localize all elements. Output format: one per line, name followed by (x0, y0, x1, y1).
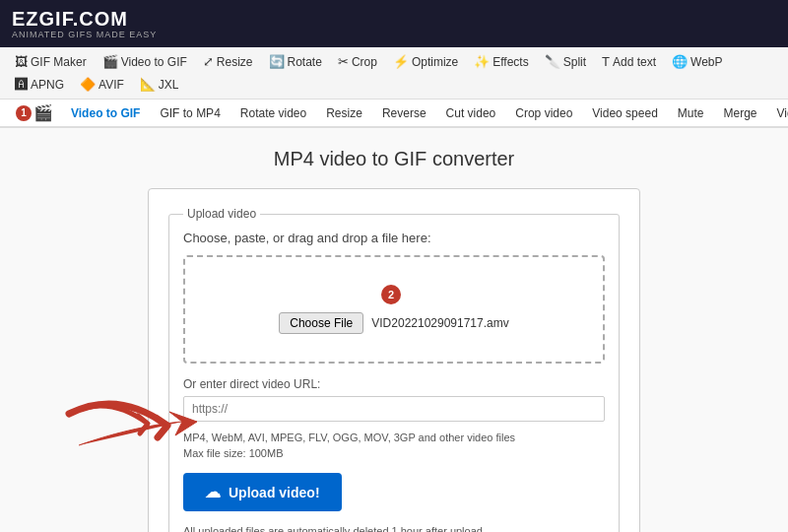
url-section: Or enter direct video URL: (183, 377, 605, 422)
choose-file-button[interactable]: Choose File (279, 312, 363, 334)
top-nav: 🖼 GIF Maker 🎬 Video to GIF ⤢ Resize 🔄 Ro… (0, 47, 788, 100)
top-nav-crop-label: Crop (352, 55, 377, 69)
top-nav-split-label: Split (563, 55, 586, 69)
sub-nav-reverse[interactable]: Reverse (372, 100, 436, 128)
top-nav-webp-label: WebP (690, 55, 722, 69)
max-size-text: Max file size: 100MB (183, 447, 605, 459)
top-nav-optimize[interactable]: ⚡ Optimize (386, 51, 465, 72)
file-name-display: VID20221029091717.amv (371, 316, 508, 330)
top-nav-apng[interactable]: 🅰 APNG (8, 74, 71, 95)
footer-note: All uploaded files are automatically del… (183, 523, 605, 532)
add-text-icon: T (602, 54, 610, 69)
sub-nav-cut-video[interactable]: Cut video (436, 100, 506, 128)
rotate-icon: 🔄 (269, 54, 285, 69)
split-icon: 🔪 (545, 54, 560, 69)
sub-nav-gif-to-mp4-label: GIF to MP4 (160, 106, 220, 120)
sub-nav-rotate-video-label: Rotate video (240, 106, 306, 120)
sub-nav-rotate-video[interactable]: Rotate video (230, 100, 316, 128)
top-nav-optimize-label: Optimize (412, 55, 458, 69)
badge-1: 1 (16, 105, 32, 121)
top-nav-jxl[interactable]: 📐 JXL (133, 74, 186, 95)
upload-button[interactable]: ☁ Upload video! (183, 473, 342, 511)
top-nav-avif-label: AVIF (98, 78, 124, 92)
optimize-icon: ⚡ (393, 54, 409, 69)
sub-nav-video-speed[interactable]: Video speed (582, 100, 668, 128)
apng-icon: 🅰 (15, 77, 28, 92)
main-content: MP4 video to GIF converter Upload video … (0, 128, 788, 532)
top-nav-crop[interactable]: ✂ Crop (331, 51, 384, 72)
jxl-icon: 📐 (140, 77, 156, 92)
top-nav-rotate[interactable]: 🔄 Rotate (262, 51, 329, 72)
top-nav-rotate-label: Rotate (288, 55, 322, 69)
top-nav-effects[interactable]: ✨ Effects (467, 51, 535, 72)
top-nav-video-to-gif-label: Video to GIF (121, 55, 187, 69)
crop-icon: ✂ (338, 54, 349, 69)
top-nav-jxl-label: JXL (159, 78, 179, 92)
top-nav-avif[interactable]: 🔶 AVIF (73, 74, 131, 95)
top-nav-gif-maker[interactable]: 🖼 GIF Maker (8, 51, 94, 72)
footer-note-line1: All uploaded files are automatically del… (183, 523, 605, 532)
sub-nav-gif-to-mp4[interactable]: GIF to MP4 (150, 100, 230, 128)
gif-maker-icon: 🖼 (15, 54, 28, 69)
webp-icon: 🌐 (672, 54, 688, 69)
top-nav-gif-maker-label: GIF Maker (31, 55, 87, 69)
effects-icon: ✨ (474, 54, 490, 69)
top-nav-add-text[interactable]: T Add text (595, 51, 663, 72)
sub-nav-mute[interactable]: Mute (668, 100, 714, 128)
sub-nav-crop-video-label: Crop video (515, 106, 572, 120)
upload-icon: ☁ (205, 483, 221, 501)
top-nav-resize-label: Resize (217, 55, 253, 69)
page-title: MP4 video to GIF converter (274, 148, 515, 170)
logo-sub: ANIMATED GIFS MADE EASY (12, 30, 157, 39)
url-label: Or enter direct video URL: (183, 377, 605, 391)
sub-nav-resize-label: Resize (326, 106, 362, 120)
sub-nav-crop-video[interactable]: Crop video (505, 100, 582, 128)
top-nav-apng-label: APNG (31, 78, 64, 92)
sub-nav-merge[interactable]: Merge (714, 100, 767, 128)
top-nav-video-to-gif[interactable]: 🎬 Video to GIF (96, 51, 194, 72)
top-nav-effects-label: Effects (492, 55, 528, 69)
file-types-text: MP4, WebM, AVI, MPEG, FLV, OGG, MOV, 3GP… (183, 432, 605, 443)
url-input[interactable] (183, 396, 605, 422)
upload-section-label: Upload video (183, 207, 260, 221)
top-nav-webp[interactable]: 🌐 WebP (665, 51, 729, 72)
sub-nav-resize[interactable]: Resize (316, 100, 372, 128)
film-icon: 🎬 (33, 103, 53, 122)
top-nav-resize[interactable]: ⤢ Resize (196, 51, 260, 72)
badge-2: 2 (381, 285, 401, 304)
upload-box: Upload video Choose, paste, or drag and … (148, 188, 640, 532)
sub-nav-reverse-label: Reverse (382, 106, 427, 120)
file-input-row: Choose File VID20221029091717.amv (279, 312, 508, 334)
resize-icon: ⤢ (203, 54, 214, 69)
sub-nav: 1 🎬 Video to GIF GIF to MP4 Rotate video… (0, 100, 788, 128)
drop-zone[interactable]: 2 Choose File VID20221029091717.amv (183, 255, 605, 364)
top-nav-split[interactable]: 🔪 Split (538, 51, 593, 72)
sub-nav-video-to-jpg[interactable]: Video to JPG (767, 100, 788, 128)
sub-nav-merge-label: Merge (724, 106, 757, 120)
sub-nav-cut-video-label: Cut video (446, 106, 496, 120)
top-nav-add-text-label: Add text (613, 55, 656, 69)
site-header: EZGIF.COM ANIMATED GIFS MADE EASY (0, 0, 788, 47)
sub-nav-video-to-gif[interactable]: Video to GIF (61, 100, 150, 128)
upload-button-label: Upload video! (229, 485, 320, 500)
logo-text: EZGIF.COM (12, 8, 157, 30)
sub-nav-video-speed-label: Video speed (592, 106, 658, 120)
logo: EZGIF.COM ANIMATED GIFS MADE EASY (12, 8, 157, 39)
sub-nav-mute-label: Mute (678, 106, 704, 120)
sub-nav-video-to-gif-label: Video to GIF (71, 106, 140, 120)
video-to-gif-icon: 🎬 (102, 54, 118, 69)
avif-icon: 🔶 (80, 77, 96, 92)
sub-nav-video-to-jpg-label: Video to JPG (777, 106, 788, 120)
drop-zone-label: Choose, paste, or drag and drop a file h… (183, 231, 605, 245)
sub-nav-icon-btn[interactable]: 1 🎬 (8, 100, 61, 128)
